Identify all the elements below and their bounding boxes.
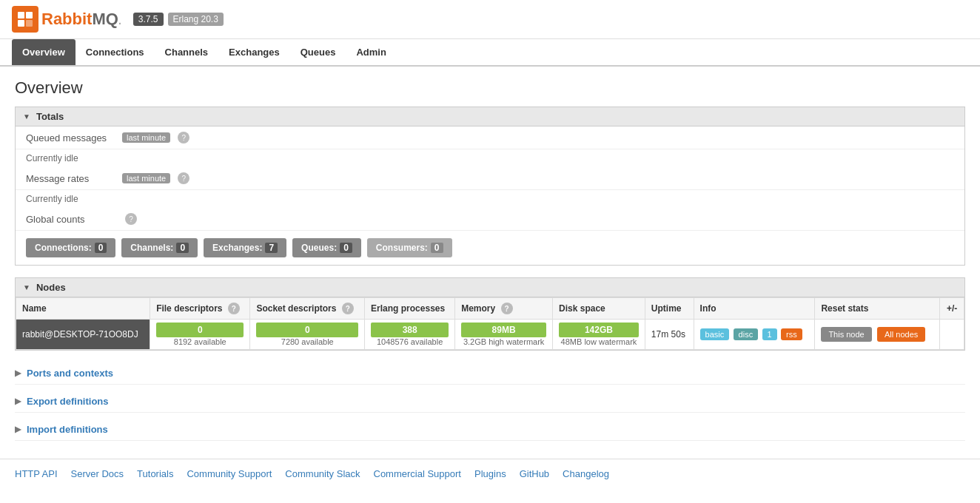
import-arrow-icon: ▶	[15, 425, 21, 434]
nav-item-admin[interactable]: Admin	[346, 39, 396, 65]
memory-bar: 89MB	[461, 323, 546, 337]
main-content: Overview ▼ Totals Queued messages last m…	[0, 67, 980, 459]
page-title: Overview	[15, 78, 965, 98]
col-disk: Disk space	[553, 298, 645, 320]
nav-item-channels[interactable]: Channels	[155, 39, 219, 65]
socket-desc-available: 7280 available	[256, 337, 358, 346]
logo-text: RabbitMQ.	[41, 10, 121, 29]
uptime-value: 17m 50s	[651, 329, 685, 340]
export-arrow-icon: ▶	[15, 396, 21, 406]
nav-item-overview[interactable]: Overview	[12, 39, 75, 65]
import-section: ▶ Import definitions	[15, 419, 965, 441]
uptime-cell: 17m 50s	[645, 320, 694, 350]
message-rates-help[interactable]: ?	[178, 172, 189, 184]
queued-messages-help[interactable]: ?	[178, 132, 189, 144]
info-num-badge[interactable]: 1	[762, 328, 777, 340]
nodes-table: Name File descriptors ? Socket descripto…	[16, 297, 964, 350]
consumers-count-btn[interactable]: Consumers:0	[367, 238, 452, 257]
ports-contexts-header[interactable]: ▶ Ports and contexts	[15, 362, 965, 385]
node-name: rabbit@DESKTOP-71OO8DJ	[16, 320, 150, 350]
disk-watermark: 48MB low watermark	[559, 337, 639, 346]
import-header[interactable]: ▶ Import definitions	[15, 419, 965, 441]
currently-idle-2: Currently idle	[16, 190, 964, 208]
footer-commercial-support[interactable]: Commercial Support	[374, 468, 462, 479]
col-memory: Memory ?	[455, 298, 553, 320]
memory-watermark: 3.2GB high watermark	[461, 337, 546, 346]
nav-item-connections[interactable]: Connections	[75, 39, 155, 65]
socket-descriptors-cell: 0 7280 available	[250, 320, 365, 350]
message-rates-row: Message rates last minute ?	[16, 167, 964, 190]
footer-plugins[interactable]: Plugins	[474, 468, 506, 479]
totals-section-header[interactable]: ▼ Totals	[15, 107, 965, 126]
file-descriptors-cell: 0 8192 available	[150, 320, 250, 350]
last-minute-badge-1[interactable]: last minute	[122, 132, 170, 143]
disk-value: 142GB	[585, 325, 613, 335]
footer-community-slack[interactable]: Community Slack	[285, 468, 360, 479]
export-label: Export definitions	[27, 396, 109, 407]
socket-desc-bar: 0	[256, 323, 358, 337]
erlang-proc-value: 388	[403, 325, 417, 335]
col-info: Info	[694, 298, 815, 320]
nodes-section-body: Name File descriptors ? Socket descripto…	[15, 297, 965, 351]
svg-rect-3	[26, 20, 33, 27]
channels-count-btn[interactable]: Channels:0	[121, 238, 198, 257]
reset-stats-cell: This node All nodes	[815, 320, 940, 350]
totals-section-body: Queued messages last minute ? Currently …	[15, 126, 965, 266]
col-plus-minus[interactable]: +/-	[940, 298, 964, 320]
last-minute-badge-2[interactable]: last minute	[122, 173, 170, 183]
totals-section: ▼ Totals Queued messages last minute ? C…	[15, 107, 965, 266]
erlang-badge: Erlang 20.3	[168, 13, 224, 26]
logo-icon	[12, 6, 38, 33]
footer-changelog[interactable]: Changelog	[563, 468, 609, 479]
queues-count-btn[interactable]: Queues:0	[292, 238, 361, 257]
ports-arrow-icon: ▶	[15, 368, 21, 378]
message-rates-label: Message rates	[26, 173, 122, 184]
header: RabbitMQ. 3.7.5 Erlang 20.3	[0, 0, 980, 39]
col-name: Name	[16, 298, 150, 320]
nodes-section-label: Nodes	[36, 282, 66, 293]
col-file-desc: File descriptors ?	[150, 298, 250, 320]
col-erlang-proc: Erlang processes	[365, 298, 455, 320]
memory-cell: 89MB 3.2GB high watermark	[455, 320, 553, 350]
disk-bar: 142GB	[559, 323, 639, 337]
memory-value: 89MB	[492, 325, 516, 335]
nav-item-exchanges[interactable]: Exchanges	[218, 39, 290, 65]
info-rss-badge[interactable]: rss	[781, 328, 802, 340]
footer-community-support[interactable]: Community Support	[187, 468, 272, 479]
global-counts-help[interactable]: ?	[125, 213, 137, 225]
nav-item-queues[interactable]: Queues	[290, 39, 346, 65]
reset-all-nodes-btn[interactable]: All nodes	[877, 327, 925, 342]
ports-contexts-section: ▶ Ports and contexts	[15, 362, 965, 385]
main-nav: Overview Connections Channels Exchanges …	[0, 39, 980, 67]
table-row: rabbit@DESKTOP-71OO8DJ 0 8192 available …	[16, 320, 964, 350]
svg-rect-0	[18, 12, 24, 18]
expand-cell[interactable]	[940, 320, 964, 350]
export-header[interactable]: ▶ Export definitions	[15, 391, 965, 413]
nodes-section-header[interactable]: ▼ Nodes	[15, 277, 965, 297]
global-counts-row: Global counts ?	[16, 208, 964, 231]
footer-http-api[interactable]: HTTP API	[15, 468, 58, 479]
footer: HTTP API Server Docs Tutorials Community…	[0, 459, 980, 488]
footer-tutorials[interactable]: Tutorials	[137, 468, 173, 479]
col-uptime: Uptime	[645, 298, 694, 320]
erlang-proc-available: 1048576 available	[371, 337, 449, 346]
nodes-table-header-row: Name File descriptors ? Socket descripto…	[16, 298, 964, 320]
reset-this-node-btn[interactable]: This node	[821, 327, 871, 342]
totals-arrow-icon: ▼	[23, 112, 30, 121]
col-socket-desc: Socket descriptors ?	[250, 298, 365, 320]
exchanges-count-btn[interactable]: Exchanges:7	[204, 238, 286, 257]
totals-section-label: Totals	[36, 111, 64, 122]
svg-rect-2	[18, 20, 24, 27]
version-badge: 3.7.5	[133, 13, 164, 26]
footer-github[interactable]: GitHub	[520, 468, 549, 479]
connections-count-btn[interactable]: Connections:0	[26, 238, 115, 257]
socket-desc-value: 0	[305, 325, 310, 335]
file-desc-available: 8192 available	[156, 337, 244, 346]
info-basic-badge[interactable]: basic	[700, 328, 730, 340]
file-descriptors-bar: 0	[156, 323, 244, 337]
info-disc-badge[interactable]: disc	[734, 328, 759, 340]
footer-server-docs[interactable]: Server Docs	[71, 468, 124, 479]
erlang-proc-bar: 388	[371, 323, 449, 337]
svg-rect-1	[26, 12, 33, 18]
col-reset: Reset stats	[815, 298, 940, 320]
